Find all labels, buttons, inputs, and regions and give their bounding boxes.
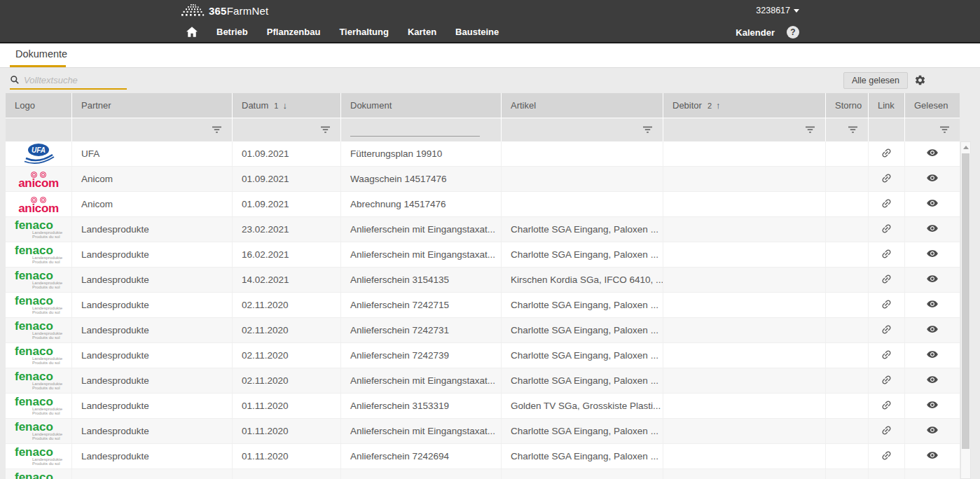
table-row[interactable]: fenacoLandesprodukteProduits du solLande…: [6, 268, 960, 293]
link-icon[interactable]: [881, 374, 892, 388]
cell-link: [869, 419, 905, 443]
table-row[interactable]: fenacoLandesprodukteProduits du solLande…: [6, 242, 960, 268]
nav-item-betrieb[interactable]: Betrieb: [216, 27, 248, 37]
cell-logo: anicom: [6, 192, 72, 216]
header-cell-gelesen[interactable]: Gelesen: [905, 93, 960, 118]
cell-storno: [826, 192, 869, 216]
brand-logo[interactable]: 365FarmNet: [180, 4, 268, 19]
link-icon[interactable]: [881, 223, 892, 237]
cell-debitor: [663, 368, 826, 393]
cell-debitor: [663, 318, 826, 342]
eye-icon[interactable]: [926, 348, 939, 363]
link-icon[interactable]: [881, 273, 892, 287]
nav-item-karten[interactable]: Karten: [408, 27, 436, 37]
user-id-menu[interactable]: 3238617: [756, 6, 799, 15]
header-cell-logo[interactable]: Logo: [6, 93, 72, 118]
filter-input-dokument[interactable]: [350, 136, 480, 137]
scrollbar-thumb[interactable]: [962, 153, 969, 449]
table-row[interactable]: fenacoLandesprodukteProduits du solLande…: [6, 419, 960, 444]
filter-cell-dokument[interactable]: [341, 118, 502, 141]
table-row[interactable]: fenacoLandesprodukteProduits du solLande…: [6, 444, 960, 469]
header-cell-artikel[interactable]: Artikel: [502, 93, 663, 118]
table-row[interactable]: fenacoLandesprodukteProduits du solLande…: [6, 217, 960, 242]
cell-datum: 01.11.2020: [233, 419, 341, 443]
filter-icon[interactable]: [806, 126, 815, 134]
filter-icon[interactable]: [940, 126, 949, 134]
link-icon[interactable]: [881, 450, 892, 464]
eye-icon[interactable]: [926, 398, 939, 413]
eye-icon[interactable]: [926, 424, 939, 438]
cell-storno: [826, 293, 869, 317]
table-row[interactable]: fenacoLandesprodukteProduits du solLande…: [6, 318, 960, 343]
table-row[interactable]: fenacoLandesprodukteProduits du sol: [6, 469, 960, 479]
eye-icon[interactable]: [926, 449, 939, 464]
eye-icon[interactable]: [926, 272, 939, 287]
fulltext-search[interactable]: [10, 71, 127, 90]
eye-icon[interactable]: [926, 146, 939, 161]
cell-storno: [826, 242, 869, 267]
cell-partner: Landesprodukte: [72, 394, 233, 418]
header-cell-dokument[interactable]: Dokument: [341, 93, 502, 118]
filter-icon[interactable]: [848, 126, 857, 134]
link-icon[interactable]: [881, 324, 892, 338]
link-icon[interactable]: [881, 197, 892, 211]
filter-cell-artikel[interactable]: [502, 118, 663, 141]
search-input[interactable]: [24, 75, 122, 85]
help-icon[interactable]: ?: [787, 26, 799, 39]
table-row[interactable]: fenacoLandesprodukteProduits du solLande…: [6, 293, 960, 318]
filter-icon[interactable]: [643, 126, 652, 134]
cell-partner: Landesprodukte: [72, 242, 233, 267]
header-cell-storno[interactable]: Storno: [826, 93, 869, 118]
nav-item-bausteine[interactable]: Bausteine: [455, 27, 499, 37]
table-row[interactable]: anicomAnicom01.09.2021Waagschein 1451747…: [6, 167, 960, 192]
cell-datum: 01.09.2021: [233, 141, 341, 166]
cell-datum: 02.11.2020: [233, 368, 341, 393]
link-icon[interactable]: [881, 399, 892, 413]
eye-icon[interactable]: [926, 323, 939, 338]
home-icon[interactable]: [186, 27, 198, 37]
nav-item-pflanzenbau[interactable]: Pflanzenbau: [267, 27, 321, 37]
scroll-up-arrow[interactable]: [961, 142, 970, 152]
cell-logo: fenacoLandesprodukteProduits du sol: [6, 293, 72, 317]
filter-cell-datum[interactable]: [233, 118, 341, 141]
header-cell-debitor[interactable]: Debitor2↑: [663, 93, 826, 118]
gear-icon[interactable]: [914, 74, 926, 86]
table-row[interactable]: UFAUFA01.09.2021Fütterungsplan 19910: [6, 141, 960, 167]
link-icon[interactable]: [881, 248, 892, 262]
cell-storno: [826, 469, 869, 479]
link-icon[interactable]: [881, 147, 892, 161]
kalender-link[interactable]: Kalender: [736, 27, 775, 38]
filter-icon[interactable]: [212, 126, 221, 134]
filter-cell-partner[interactable]: [72, 118, 233, 141]
eye-icon[interactable]: [926, 298, 939, 312]
fenaco-logo: fenacoLandesprodukteProduits du sol: [15, 347, 62, 365]
mark-all-read-button[interactable]: Alle gelesen: [843, 72, 908, 89]
nav-item-tierhaltung[interactable]: Tierhaltung: [339, 27, 389, 37]
eye-icon[interactable]: [926, 197, 939, 211]
vertical-scrollbar[interactable]: [960, 141, 971, 479]
table-row[interactable]: fenacoLandesprodukteProduits du solLande…: [6, 394, 960, 419]
filter-cell-storno[interactable]: [826, 118, 869, 141]
link-icon[interactable]: [881, 172, 892, 186]
table-row[interactable]: fenacoLandesprodukteProduits du solLande…: [6, 343, 960, 368]
link-icon[interactable]: [881, 424, 892, 438]
tab-dokumente[interactable]: Dokumente: [15, 48, 67, 60]
cell-datum: 01.11.2020: [233, 444, 341, 468]
eye-icon[interactable]: [926, 247, 939, 262]
eye-icon[interactable]: [926, 373, 939, 388]
sort-up-icon: ↑: [716, 100, 721, 111]
header-cell-datum[interactable]: Datum1↓: [233, 93, 341, 118]
table-row[interactable]: fenacoLandesprodukteProduits du solLande…: [6, 368, 960, 394]
filter-icon[interactable]: [321, 126, 330, 134]
link-icon[interactable]: [881, 349, 892, 363]
filter-cell-debitor[interactable]: [663, 118, 826, 141]
cell-storno: [826, 318, 869, 342]
filter-cell-gelesen[interactable]: [905, 118, 960, 141]
tab-strip: Dokumente: [0, 43, 980, 68]
header-cell-link[interactable]: Link: [869, 93, 905, 118]
eye-icon[interactable]: [926, 222, 939, 237]
eye-icon[interactable]: [926, 172, 939, 186]
link-icon[interactable]: [881, 298, 892, 312]
table-row[interactable]: anicomAnicom01.09.2021Abrechnung 1451747…: [6, 192, 960, 217]
header-cell-partner[interactable]: Partner: [72, 93, 233, 118]
